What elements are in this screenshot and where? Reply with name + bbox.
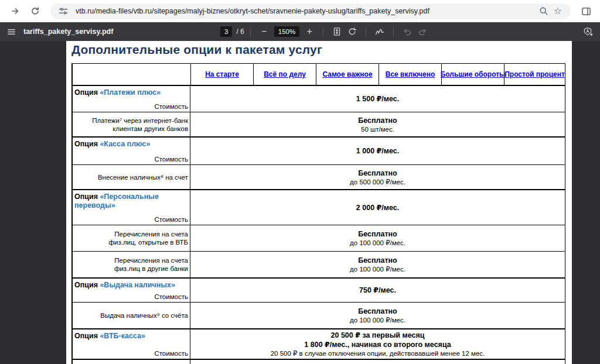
- option-prefix: Опция: [74, 193, 100, 201]
- row-label-cell: Внесение наличных⁸ на счет: [73, 165, 190, 189]
- pdf-controls: 3 / 6 − 150% +: [220, 22, 430, 41]
- page-number-input[interactable]: 3: [220, 26, 232, 37]
- row-label-line: физ.лиц, открытые в ВТБ: [74, 238, 188, 246]
- fit-page-button[interactable]: [329, 24, 345, 39]
- fit-page-icon: [332, 27, 342, 36]
- acrobat-icon: [583, 27, 593, 37]
- value-cell: 1 000 ₽/мес.: [190, 138, 565, 164]
- column-header-3: Самое важное: [316, 64, 379, 85]
- header-empty-cell: [73, 64, 190, 85]
- row-label-cell: Перечисления на счетафиз.лиц, открытые в…: [73, 225, 190, 251]
- option-prefix: Опция: [74, 281, 100, 289]
- bookmark-star-icon[interactable]: ☆: [551, 4, 565, 18]
- undo-button[interactable]: [400, 24, 415, 39]
- document-title: Дополнительные опции к пакетам услуг: [71, 43, 322, 57]
- row-label-line: Внесение наличных⁸ на счет: [74, 173, 188, 181]
- column-header-6: Простой процент: [504, 64, 565, 85]
- option-prefix: Опция: [74, 140, 100, 148]
- forward-arrow-icon: [11, 6, 20, 16]
- rotate-icon: [347, 27, 357, 36]
- value-line: 50 шт/мес.: [361, 125, 394, 133]
- value-line: Бесплатно: [358, 307, 397, 316]
- value-cell: Бесплатнодо 100 000 ₽/мес.: [190, 303, 565, 328]
- url-text[interactable]: vtb.ru/media-files/vtb.ru/sitepages/maly…: [76, 7, 537, 15]
- option-label-cell: Опция «Персональные переводы»Стоимость: [73, 190, 190, 225]
- value-cell: 2 000 ₽/мес.: [190, 190, 565, 225]
- row-label-line: Перечисления на счета: [74, 230, 188, 238]
- options-table: На старте Всё по делу Самое важное Все в…: [71, 63, 565, 364]
- option-prefix: Опция: [74, 88, 100, 97]
- side-panel-icon[interactable]: [578, 3, 594, 19]
- table-row: Опция «Выдача наличных»Стоимость750 ₽/ме…: [73, 277, 565, 302]
- cost-label: Стоимость: [74, 103, 188, 110]
- value-line: 750 ₽/мес.: [359, 286, 396, 295]
- cost-label: Стоимость: [74, 156, 188, 163]
- table-body: Опция «Платежи плюс»Стоимость1 500 ₽/мес…: [73, 85, 565, 364]
- value-cell: [190, 360, 565, 364]
- package-link[interactable]: Большие обороты: [441, 70, 506, 78]
- forward-button[interactable]: [7, 3, 23, 19]
- package-link[interactable]: Простой процент: [504, 70, 565, 78]
- package-link[interactable]: Самое важное: [322, 70, 372, 78]
- row-label-line: Выдача наличных⁹ со счёта: [74, 311, 188, 320]
- option-link[interactable]: «Платежи плюс»: [100, 88, 161, 97]
- pdf-viewer-area[interactable]: Дополнительные опции к пакетам услуг На …: [0, 41, 600, 364]
- divider: [250, 28, 251, 36]
- value-cell: Бесплатнодо 100 000 ₽/мес.: [190, 252, 565, 277]
- value-cell: Бесплатнодо 100 000 ₽/мес.: [190, 225, 565, 251]
- table-row: Выдача наличных⁹ со счётаБесплатнодо 100…: [73, 302, 565, 328]
- divider: [393, 28, 394, 36]
- value-line: до 100 000 ₽/мес.: [350, 239, 405, 247]
- page-total-label: / 6: [236, 28, 244, 36]
- pdf-filename: tariffs_pakety_servisy.pdf: [23, 28, 113, 36]
- package-link[interactable]: Все включено: [386, 70, 435, 78]
- column-header-4: Все включено: [379, 64, 441, 85]
- option-link[interactable]: «Выдача наличных»: [100, 281, 175, 289]
- row-label-line: физ.лиц в другие банки: [74, 265, 188, 273]
- value-line: до 500 000 ₽/мес.: [350, 178, 405, 186]
- rotate-button[interactable]: [345, 24, 360, 39]
- option-title: Опция «Касса плюс»: [74, 140, 188, 149]
- option-title: Опция «Персональные переводы»: [74, 193, 188, 210]
- cost-label: Стоимость: [74, 350, 188, 357]
- option-link[interactable]: «ВТБ-касса»: [100, 332, 145, 340]
- package-link[interactable]: На старте: [205, 70, 239, 78]
- browser-toolbar: vtb.ru/media-files/vtb.ru/sitepages/maly…: [0, 0, 600, 22]
- row-label-cell: Платежи⁷ через интернет-банкклиентам дру…: [73, 112, 190, 136]
- address-bar[interactable]: vtb.ru/media-files/vtb.ru/sitepages/maly…: [50, 4, 571, 19]
- site-info-icon[interactable]: [56, 4, 70, 18]
- table-row: Опция «Персональные переводы»Стоимость2 …: [73, 189, 565, 225]
- value-cell: 750 ₽/мес.: [190, 279, 565, 302]
- option-link[interactable]: «Касса плюс»: [100, 140, 150, 148]
- redo-button[interactable]: [415, 24, 430, 39]
- value-line: Бесплатно: [358, 256, 397, 265]
- open-in-acrobat-button[interactable]: [580, 24, 595, 39]
- annotate-pen-icon: [375, 27, 385, 37]
- annotate-button[interactable]: [372, 24, 387, 39]
- pdf-menu-icon[interactable]: [4, 24, 19, 39]
- redo-icon: [418, 27, 427, 36]
- value-line: до 100 000 ₽/мес.: [350, 316, 405, 324]
- divider: [366, 28, 366, 36]
- value-cell: Бесплатнодо 500 000 ₽/мес.: [190, 165, 565, 189]
- package-link[interactable]: Всё по делу: [264, 70, 306, 78]
- table-row: Платежи⁷ через интернет-банкклиентам дру…: [73, 112, 565, 136]
- pdf-page: Дополнительные опции к пакетам услуг На …: [66, 41, 572, 364]
- value-line: Бесплатно: [358, 229, 397, 239]
- table-row: Внесение наличных⁸ на счетБесплатнодо 50…: [73, 164, 565, 189]
- zoom-indicator-icon[interactable]: [537, 4, 551, 18]
- zoom-out-button[interactable]: −: [257, 24, 272, 39]
- option-prefix: Опция: [74, 332, 100, 340]
- divider: [323, 28, 323, 36]
- cost-label: Стоимость: [74, 216, 188, 223]
- zoom-in-button[interactable]: +: [302, 24, 317, 39]
- value-line: 20 500 ₽ в случае отключения опции, дейс…: [271, 349, 485, 358]
- zoom-level-input[interactable]: 150%: [274, 26, 299, 37]
- row-label-line: Платежи⁷ через интернет-банк: [74, 116, 188, 125]
- table-row: Опция «Касса плюс»Стоимость1 000 ₽/мес.: [73, 136, 565, 164]
- option-title: Опция «Платежи плюс»: [74, 88, 188, 97]
- value-line: 1 500 ₽/мес.: [356, 94, 399, 104]
- refresh-button[interactable]: [27, 3, 43, 19]
- value-cell: Бесплатно50 шт/мес.: [190, 112, 565, 136]
- row-label-cell: Перечисления на счетафиз.лиц в другие ба…: [73, 252, 190, 277]
